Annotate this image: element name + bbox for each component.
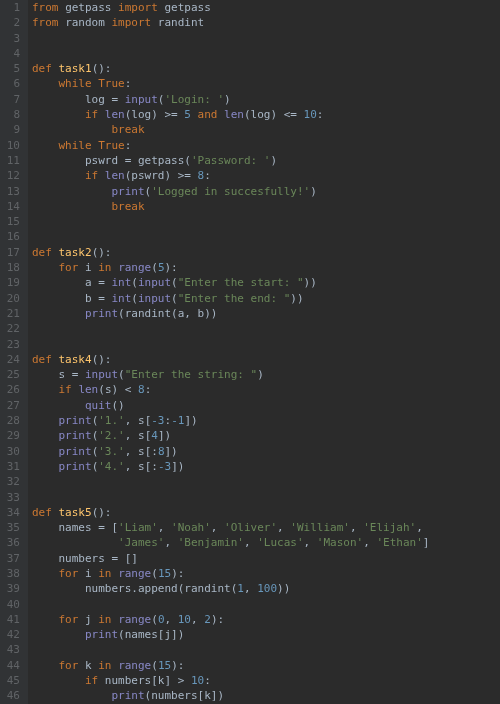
line-number: 26 xyxy=(4,382,20,397)
line-number-gutter: 1234567891011121314151617181920212223242… xyxy=(0,0,28,704)
line-number: 2 xyxy=(4,15,20,30)
line-number: 35 xyxy=(4,520,20,535)
line-number: 15 xyxy=(4,214,20,229)
line-number: 33 xyxy=(4,490,20,505)
line-number: 38 xyxy=(4,566,20,581)
line-number: 20 xyxy=(4,291,20,306)
code-line[interactable]: if len(pswrd) >= 8: xyxy=(32,168,429,183)
code-line[interactable]: if len(s) < 8: xyxy=(32,382,429,397)
code-line[interactable]: pswrd = getpass('Password: ') xyxy=(32,153,429,168)
line-number: 46 xyxy=(4,688,20,703)
line-number: 18 xyxy=(4,260,20,275)
code-line[interactable] xyxy=(32,229,429,244)
code-line[interactable] xyxy=(32,31,429,46)
line-number: 6 xyxy=(4,76,20,91)
line-number: 12 xyxy=(4,168,20,183)
line-number: 1 xyxy=(4,0,20,15)
line-number: 27 xyxy=(4,398,20,413)
code-line[interactable]: for i in range(15): xyxy=(32,566,429,581)
line-number: 29 xyxy=(4,428,20,443)
code-line[interactable]: 'James', 'Benjamin', 'Lucas', 'Mason', '… xyxy=(32,535,429,550)
line-number: 9 xyxy=(4,122,20,137)
code-line[interactable]: numbers = [] xyxy=(32,551,429,566)
code-line[interactable] xyxy=(32,597,429,612)
code-line[interactable]: print('4.', s[:-3]) xyxy=(32,459,429,474)
line-number: 42 xyxy=(4,627,20,642)
line-number: 34 xyxy=(4,505,20,520)
code-line[interactable]: while True: xyxy=(32,138,429,153)
line-number: 25 xyxy=(4,367,20,382)
code-line[interactable] xyxy=(32,490,429,505)
code-line[interactable]: names = ['Liam', 'Noah', 'Oliver', 'Will… xyxy=(32,520,429,535)
code-line[interactable]: for k in range(15): xyxy=(32,658,429,673)
line-number: 44 xyxy=(4,658,20,673)
line-number: 43 xyxy=(4,642,20,657)
code-line[interactable]: if len(log) >= 5 and len(log) <= 10: xyxy=(32,107,429,122)
code-line[interactable]: print('3.', s[:8]) xyxy=(32,444,429,459)
code-line[interactable] xyxy=(32,321,429,336)
code-line[interactable]: while True: xyxy=(32,76,429,91)
code-line[interactable]: break xyxy=(32,122,429,137)
code-line[interactable]: if numbers[k] > 10: xyxy=(32,673,429,688)
code-line[interactable] xyxy=(32,474,429,489)
code-line[interactable] xyxy=(32,337,429,352)
line-number: 13 xyxy=(4,184,20,199)
line-number: 37 xyxy=(4,551,20,566)
code-line[interactable]: for j in range(0, 10, 2): xyxy=(32,612,429,627)
line-number: 28 xyxy=(4,413,20,428)
code-line[interactable]: def task2(): xyxy=(32,245,429,260)
code-line[interactable] xyxy=(32,214,429,229)
code-line[interactable]: for i in range(5): xyxy=(32,260,429,275)
line-number: 17 xyxy=(4,245,20,260)
line-number: 32 xyxy=(4,474,20,489)
line-number: 14 xyxy=(4,199,20,214)
line-number: 4 xyxy=(4,46,20,61)
code-line[interactable]: print(randint(a, b)) xyxy=(32,306,429,321)
line-number: 45 xyxy=(4,673,20,688)
code-area[interactable]: from getpass import getpassfrom random i… xyxy=(28,0,429,704)
code-line[interactable]: from getpass import getpass xyxy=(32,0,429,15)
code-line[interactable]: quit() xyxy=(32,398,429,413)
line-number: 10 xyxy=(4,138,20,153)
code-editor[interactable]: 1234567891011121314151617181920212223242… xyxy=(0,0,500,704)
code-line[interactable]: def task4(): xyxy=(32,352,429,367)
line-number: 21 xyxy=(4,306,20,321)
code-line[interactable]: print(names[j]) xyxy=(32,627,429,642)
line-number: 24 xyxy=(4,352,20,367)
line-number: 39 xyxy=(4,581,20,596)
line-number: 31 xyxy=(4,459,20,474)
line-number: 23 xyxy=(4,337,20,352)
code-line[interactable] xyxy=(32,642,429,657)
line-number: 36 xyxy=(4,535,20,550)
code-line[interactable]: print('2.', s[4]) xyxy=(32,428,429,443)
code-line[interactable]: log = input('Login: ') xyxy=(32,92,429,107)
code-line[interactable]: def task5(): xyxy=(32,505,429,520)
code-line[interactable]: print(numbers[k]) xyxy=(32,688,429,703)
code-line[interactable]: s = input("Enter the string: ") xyxy=(32,367,429,382)
code-line[interactable]: print('1.', s[-3:-1]) xyxy=(32,413,429,428)
code-line[interactable]: numbers.append(randint(1, 100)) xyxy=(32,581,429,596)
line-number: 8 xyxy=(4,107,20,122)
code-line[interactable]: print('Logged in succesfully!') xyxy=(32,184,429,199)
code-line[interactable]: from random import randint xyxy=(32,15,429,30)
line-number: 16 xyxy=(4,229,20,244)
code-line[interactable]: a = int(input("Enter the start: ")) xyxy=(32,275,429,290)
line-number: 5 xyxy=(4,61,20,76)
code-line[interactable]: b = int(input("Enter the end: ")) xyxy=(32,291,429,306)
line-number: 41 xyxy=(4,612,20,627)
line-number: 3 xyxy=(4,31,20,46)
line-number: 19 xyxy=(4,275,20,290)
code-line[interactable]: def task1(): xyxy=(32,61,429,76)
line-number: 7 xyxy=(4,92,20,107)
line-number: 11 xyxy=(4,153,20,168)
line-number: 30 xyxy=(4,444,20,459)
line-number: 40 xyxy=(4,597,20,612)
code-line[interactable] xyxy=(32,46,429,61)
code-line[interactable]: break xyxy=(32,199,429,214)
line-number: 22 xyxy=(4,321,20,336)
